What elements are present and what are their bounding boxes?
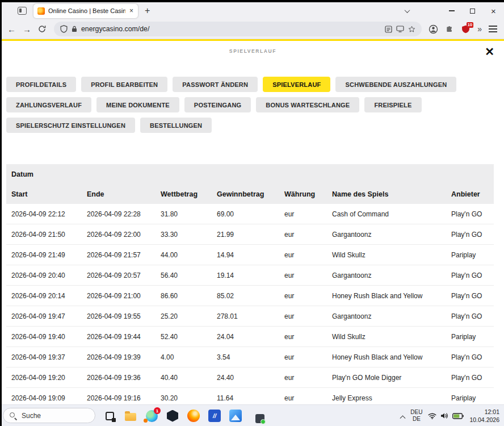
overflow-chevrons-icon[interactable]: »: [477, 24, 482, 34]
file-explorer-button[interactable]: [124, 409, 137, 423]
table-cell: Play'n GO: [451, 353, 494, 361]
forward-button[interactable]: →: [23, 25, 31, 34]
table-cell: 11.64: [217, 394, 284, 402]
taskbar-search[interactable]: Suche: [3, 408, 95, 423]
adblocker-badge: 10: [467, 22, 473, 28]
table-cell: 2026-04-09 21:57: [87, 251, 161, 259]
table-cell: 2026-04-09 22:12: [11, 210, 87, 218]
media-app-button[interactable]: //: [208, 409, 221, 423]
language-indicator[interactable]: DEU DE: [410, 409, 422, 423]
table-cell: Play'n GO: [451, 272, 494, 279]
url-bar[interactable]: energycasino.com/de/: [54, 22, 422, 36]
bookmark-star-icon[interactable]: [408, 26, 415, 33]
firefox-button[interactable]: [187, 409, 200, 423]
browser-window: Online Casino | Beste Casino Sp × + × ← …: [2, 2, 504, 404]
task-view-icon: [106, 412, 114, 420]
tab-close-icon[interactable]: ×: [129, 7, 134, 14]
table-cell: 4.00: [161, 353, 217, 361]
account-icon[interactable]: [429, 24, 438, 34]
maximize-button[interactable]: [462, 2, 483, 19]
table-cell: 2026-04-09 21:00: [87, 292, 161, 300]
modal-close-button[interactable]: ✕: [485, 46, 494, 57]
running-indicator-icon: [144, 419, 148, 423]
nav-button-freispiele[interactable]: FREISPIELE: [364, 97, 421, 112]
table-cell: 2026-04-09 20:14: [11, 292, 87, 300]
table-cell: eur: [284, 272, 332, 279]
table-cell: Gargantoonz: [332, 312, 451, 320]
table-cell: 40.40: [161, 374, 217, 382]
table-cell: 19.14: [217, 272, 284, 279]
nav-button-bonus-warteschlange[interactable]: BONUS WARTESCHLANGE: [256, 97, 359, 112]
extensions-puzzle-icon[interactable]: [445, 25, 453, 34]
new-tab-button[interactable]: +: [145, 6, 150, 15]
system-icons[interactable]: [428, 412, 464, 419]
tab-bar: Online Casino | Beste Casino Sp × + ×: [2, 2, 504, 19]
table-row: 2026-04-09 20:142026-04-09 21:0086.6085.…: [6, 286, 494, 306]
table-cell: 278.01: [217, 312, 284, 320]
table-cell: 2026-04-09 19:16: [87, 394, 161, 402]
nav-button-spielerschutz-einstellungen[interactable]: SPIELERSCHUTZ EINSTELLUNGEN: [6, 118, 135, 133]
tab-title: Online Casino | Beste Casino Sp: [48, 7, 125, 14]
tray-app-button[interactable]: [253, 412, 267, 425]
page-title: SPIELVERLAUF: [2, 41, 504, 54]
nav-button-profil-bearbeiten[interactable]: PROFIL BEARBEITEN: [81, 77, 167, 92]
nav-button-spielverlauf[interactable]: SPIELVERLAUF: [263, 77, 330, 92]
table-row: 2026-04-09 22:122026-04-09 22:2831.8069.…: [6, 204, 494, 224]
photos-app-button[interactable]: [229, 409, 242, 423]
nav-button-passwort-ändern[interactable]: PASSWORT ÄNDERN: [173, 77, 258, 92]
https-lock-icon[interactable]: [72, 26, 77, 32]
hidden-icons-chevron-icon[interactable]: [401, 411, 405, 421]
table-cell: 2026-04-09 19:09: [11, 394, 87, 402]
back-button[interactable]: ←: [7, 25, 16, 34]
nav-button-meine-dokumente[interactable]: MEINE DOKUMENTE: [96, 97, 179, 112]
table-cell: eur: [284, 333, 332, 341]
clock-date: 10.04.2026: [469, 416, 499, 424]
nav-button-profildetails[interactable]: PROFILDETAILS: [6, 77, 76, 92]
adblocker-icon[interactable]: 10: [460, 24, 471, 34]
list-tabs-chevron-icon[interactable]: [400, 9, 414, 13]
reload-button[interactable]: [38, 25, 46, 33]
tray-app-icon: [255, 414, 264, 423]
nav-button-zahlungsverlauf[interactable]: ZAHLUNGSVERLAUF: [6, 97, 91, 112]
nav-button-bestellungen[interactable]: BESTELLUNGEN: [140, 118, 212, 133]
table-cell: eur: [284, 210, 332, 218]
table-cell: Play'n GO Mole Digger: [332, 374, 451, 382]
reload-icon: [38, 25, 46, 33]
page-content: SPIELVERLAUF ✕ PROFILDETAILSPROFIL BEARB…: [2, 41, 504, 404]
browser-navbar: ← → energycasino.com/de/ 10 »: [2, 19, 504, 39]
table-cell: 2026-04-09 19:20: [11, 374, 87, 382]
minimize-icon: [449, 10, 455, 11]
table-cell: 2026-04-09 19:37: [11, 353, 87, 361]
table-cell: 2026-04-09 21:49: [11, 251, 87, 259]
minimize-button[interactable]: [441, 2, 462, 19]
save-page-icon[interactable]: [396, 26, 404, 32]
tracking-shield-icon[interactable]: [60, 25, 68, 33]
edge-button[interactable]: 1: [145, 409, 158, 423]
hexagon-app-button[interactable]: [166, 409, 179, 423]
table-cell: eur: [284, 394, 332, 402]
close-window-button[interactable]: ×: [483, 2, 504, 19]
table-row: 2026-04-09 19:402026-04-09 19:4452.4024.…: [6, 327, 494, 347]
task-view-button[interactable]: [103, 409, 116, 423]
url-text[interactable]: energycasino.com/de/: [81, 25, 149, 33]
table-cell: 24.40: [217, 374, 284, 382]
taskbar-system-tray: DEU DE 12:01 10.04.2026: [401, 405, 499, 426]
table-cell: Play'n GO: [451, 374, 494, 382]
table-cell: Play'n GO: [451, 292, 494, 300]
reader-view-icon[interactable]: [385, 26, 392, 33]
taskbar-clock[interactable]: 12:01 10.04.2026: [469, 408, 499, 424]
nav-row: ZAHLUNGSVERLAUFMEINE DOKUMENTEPOSTEINGAN…: [6, 97, 496, 112]
column-header-währung: Währung: [284, 190, 332, 198]
table-cell: Pariplay: [451, 333, 494, 341]
table-cell: Wild Skullz: [332, 251, 451, 259]
nav-button-schwebende-auszahlungen[interactable]: SCHWEBENDE AUSZAHLUNGEN: [335, 77, 456, 92]
nav-button-posteingang[interactable]: POSTEINGANG: [184, 97, 251, 112]
menu-hamburger-icon[interactable]: [489, 28, 497, 30]
column-header-gewinnbetrag: Gewinnbetrag: [217, 190, 284, 198]
table-cell: 44.00: [161, 251, 217, 259]
browser-tab[interactable]: Online Casino | Beste Casino Sp ×: [33, 4, 138, 18]
firefox-view-icon[interactable]: [18, 7, 27, 15]
profile-nav: PROFILDETAILSPROFIL BEARBEITENPASSWORT Ä…: [6, 77, 496, 133]
game-history-table: Datum StartEndeWettbetragGewinnbetragWäh…: [6, 164, 494, 404]
window-controls: ×: [441, 2, 504, 19]
